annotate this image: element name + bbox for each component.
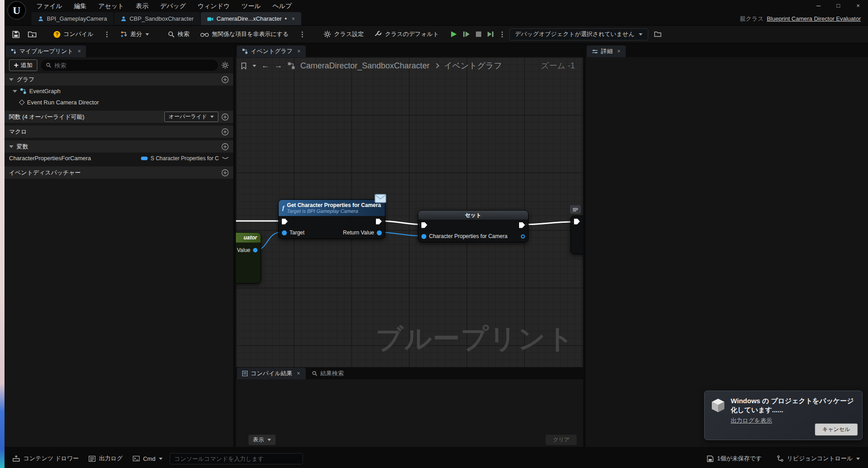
diff-button[interactable]: 差分	[117, 28, 153, 40]
compile-options-button[interactable]	[100, 28, 114, 40]
node-partial-right[interactable]	[570, 216, 583, 254]
find-button[interactable]: 検索	[164, 28, 194, 40]
content-drawer-button[interactable]: コンテンツ ドロワー	[10, 454, 81, 463]
target-input-pin[interactable]	[282, 230, 287, 235]
add-variable-icon[interactable]	[222, 143, 229, 150]
class-settings-button[interactable]: クラス設定	[320, 28, 368, 40]
menu-item-help[interactable]: ヘルプ	[267, 0, 298, 12]
my-blueprint-search[interactable]	[41, 60, 218, 71]
exec-in-pin[interactable]	[574, 219, 580, 225]
cmd-dropdown[interactable]: Cmd	[130, 455, 165, 462]
bookmark-icon[interactable]	[240, 63, 247, 69]
unreal-logo-icon[interactable]: U	[7, 1, 26, 20]
override-dropdown[interactable]: オーバーライド	[164, 112, 218, 122]
back-arrow-icon[interactable]: ←	[262, 61, 269, 70]
settings-gear-icon[interactable]	[222, 62, 229, 69]
hide-unrelated-options-button[interactable]	[295, 28, 309, 40]
exec-in-pin[interactable]	[282, 219, 288, 225]
section-event-dispatchers[interactable]: イベントディスパッチャー	[5, 166, 233, 179]
graph-canvas[interactable]: ← → CameraDirector_SandboxCharacter イベント…	[236, 57, 583, 367]
menu-item-window[interactable]: ウィンドウ	[192, 0, 236, 12]
tab-close-icon[interactable]: ×	[617, 48, 620, 54]
expand-arrow-icon[interactable]	[9, 145, 14, 148]
tree-item-event-run-camera-director[interactable]: Event Run Camera Director	[5, 97, 233, 108]
exec-out-pin[interactable]	[519, 222, 525, 228]
section-functions[interactable]: 関数 (4 オーバーライド可能) オーバーライド	[5, 111, 233, 123]
tab-details[interactable]: 詳細 ×	[587, 45, 626, 57]
debug-object-dropdown[interactable]: デバッグオブジェクトが選択されていません	[509, 28, 648, 40]
section-macros[interactable]: マクロ	[5, 126, 233, 138]
play-icon[interactable]	[450, 31, 457, 38]
add-button[interactable]: 追加	[9, 59, 37, 71]
show-output-log-link[interactable]: 出力ログを表示	[731, 417, 772, 425]
show-filter-dropdown[interactable]: 表示	[249, 435, 276, 445]
tab-cbp-sandboxcharacter[interactable]: CBP_SandboxCharacter	[114, 12, 200, 25]
locate-icon	[654, 31, 661, 37]
value-input-pin[interactable]	[421, 234, 426, 239]
output-log-button[interactable]: 出力ログ	[86, 454, 126, 463]
skip-icon[interactable]	[487, 31, 494, 38]
add-dispatcher-icon[interactable]	[222, 169, 229, 176]
node-get-character-properties[interactable]: f Get Character Properties for Camera Ta…	[278, 199, 385, 239]
add-graph-icon[interactable]	[222, 76, 229, 83]
tree-item-eventgraph[interactable]: EventGraph	[5, 86, 233, 97]
section-label: マクロ	[9, 128, 27, 136]
revision-control-dropdown[interactable]: リビジョンコントロール	[774, 454, 863, 463]
stop-icon[interactable]	[475, 31, 482, 37]
close-button[interactable]: ×	[848, 0, 868, 12]
section-variables[interactable]: 変数	[5, 140, 233, 153]
exec-out-pin[interactable]	[376, 219, 382, 225]
eye-closed-icon[interactable]	[222, 156, 229, 160]
class-defaults-button[interactable]: クラスのデフォルト	[371, 28, 443, 40]
menu-item-debug[interactable]: デバッグ	[154, 0, 192, 12]
compile-button[interactable]: ? コンパイル	[50, 28, 98, 40]
value-output-pin[interactable]	[521, 234, 525, 238]
add-function-icon[interactable]	[222, 113, 229, 121]
add-macro-icon[interactable]	[222, 128, 229, 135]
menu-item-edit[interactable]: 編集	[68, 0, 92, 12]
tab-find-results[interactable]: 結果検索	[307, 368, 349, 379]
value-output-pin[interactable]	[253, 248, 258, 252]
node-evaluator-partial[interactable]: uator Value	[236, 232, 261, 284]
browse-asset-button[interactable]	[25, 28, 39, 40]
step-over-icon[interactable]	[463, 31, 470, 38]
tab-close-icon[interactable]: ×	[77, 48, 81, 54]
forward-arrow-icon[interactable]: →	[275, 61, 282, 70]
hide-unrelated-button[interactable]: 無関係な項目を非表示にする	[196, 28, 293, 40]
struct-type-pill-icon	[141, 157, 148, 160]
tab-close-icon[interactable]: ×	[297, 48, 300, 54]
tab-compile-results[interactable]: コンパイル結果 ×	[237, 368, 306, 379]
tab-my-blueprint[interactable]: マイブループリント ×	[5, 45, 86, 57]
tab-cameradirector-active[interactable]: CameraDire...xCharacter • ×	[201, 12, 301, 25]
menu-item-asset[interactable]: アセット	[92, 0, 130, 12]
parent-class-link[interactable]: Blueprint Camera Director Evaluator	[767, 15, 861, 22]
node-set-character-properties[interactable]: セット Character Properties for Camera	[418, 210, 529, 243]
tab-bpi-gameplaycamera[interactable]: BPI_GameplayCamera	[32, 12, 113, 25]
menu-item-tools[interactable]: ツール	[236, 0, 267, 12]
menu-item-view[interactable]: 表示	[130, 0, 154, 12]
expand-arrow-icon[interactable]	[9, 78, 14, 81]
exec-in-pin[interactable]	[421, 222, 427, 228]
menu-item-file[interactable]: ファイル	[31, 0, 68, 12]
breadcrumb-leaf[interactable]: イベントグラフ	[444, 60, 502, 71]
clear-button[interactable]: クリア	[546, 435, 577, 445]
tab-event-graph[interactable]: イベントグラフ ×	[237, 45, 306, 57]
variable-row[interactable]: CharacterPropertiesForCamera S Character…	[5, 153, 233, 164]
search-input[interactable]	[54, 62, 213, 69]
unsaved-assets-button[interactable]: 1個が未保存です	[704, 454, 764, 463]
minimize-button[interactable]: ─	[809, 0, 828, 12]
console-command-input[interactable]	[170, 453, 303, 464]
cancel-button[interactable]: キャンセル	[815, 423, 858, 436]
expand-arrow-icon[interactable]	[13, 90, 17, 93]
breadcrumb-root[interactable]: CameraDirector_SandboxCharacter	[300, 61, 429, 71]
tab-close-icon[interactable]: ×	[292, 16, 295, 22]
browse-debug-object-button[interactable]	[651, 28, 665, 40]
node-title: セット	[465, 212, 482, 219]
section-graphs[interactable]: グラフ	[5, 73, 233, 86]
return-value-output-pin[interactable]	[377, 230, 382, 235]
maximize-button[interactable]: □	[828, 0, 848, 12]
tab-close-icon[interactable]: ×	[297, 370, 300, 377]
play-options-icon[interactable]	[502, 34, 503, 35]
chevron-down-icon[interactable]	[253, 65, 256, 67]
save-button[interactable]	[9, 28, 23, 40]
